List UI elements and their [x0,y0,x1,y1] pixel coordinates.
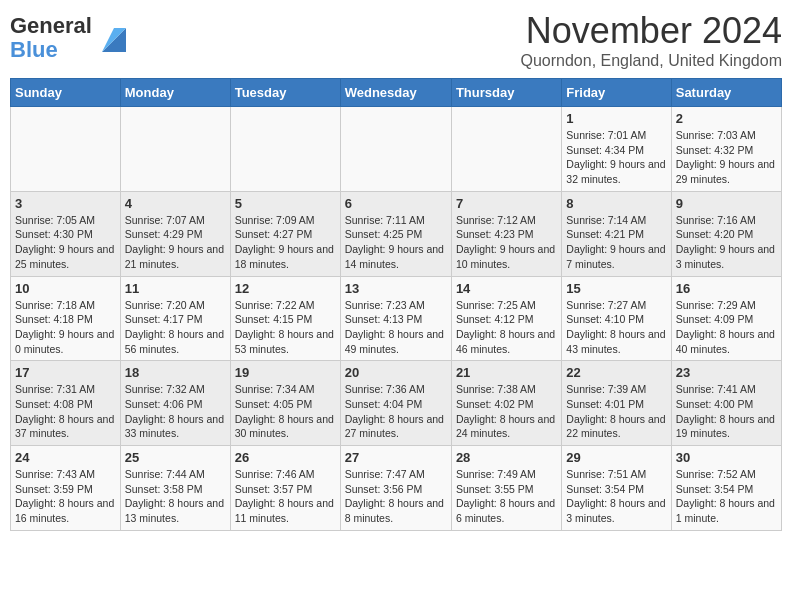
day-cell: 10Sunrise: 7:18 AM Sunset: 4:18 PM Dayli… [11,276,121,361]
day-number: 4 [125,196,226,211]
logo: GeneralBlue [10,14,126,62]
day-info: Sunrise: 7:49 AM Sunset: 3:55 PM Dayligh… [456,467,557,526]
day-info: Sunrise: 7:43 AM Sunset: 3:59 PM Dayligh… [15,467,116,526]
day-info: Sunrise: 7:09 AM Sunset: 4:27 PM Dayligh… [235,213,336,272]
day-cell: 18Sunrise: 7:32 AM Sunset: 4:06 PM Dayli… [120,361,230,446]
day-number: 11 [125,281,226,296]
week-row-5: 24Sunrise: 7:43 AM Sunset: 3:59 PM Dayli… [11,446,782,531]
day-cell: 24Sunrise: 7:43 AM Sunset: 3:59 PM Dayli… [11,446,121,531]
day-cell: 17Sunrise: 7:31 AM Sunset: 4:08 PM Dayli… [11,361,121,446]
day-cell [120,107,230,192]
header-wednesday: Wednesday [340,79,451,107]
day-info: Sunrise: 7:34 AM Sunset: 4:05 PM Dayligh… [235,382,336,441]
day-cell: 29Sunrise: 7:51 AM Sunset: 3:54 PM Dayli… [562,446,671,531]
day-info: Sunrise: 7:16 AM Sunset: 4:20 PM Dayligh… [676,213,777,272]
day-info: Sunrise: 7:32 AM Sunset: 4:06 PM Dayligh… [125,382,226,441]
day-info: Sunrise: 7:46 AM Sunset: 3:57 PM Dayligh… [235,467,336,526]
day-cell [340,107,451,192]
day-number: 18 [125,365,226,380]
day-info: Sunrise: 7:44 AM Sunset: 3:58 PM Dayligh… [125,467,226,526]
day-cell: 5Sunrise: 7:09 AM Sunset: 4:27 PM Daylig… [230,191,340,276]
day-cell: 4Sunrise: 7:07 AM Sunset: 4:29 PM Daylig… [120,191,230,276]
day-number: 8 [566,196,666,211]
header-thursday: Thursday [451,79,561,107]
day-number: 7 [456,196,557,211]
day-number: 17 [15,365,116,380]
day-info: Sunrise: 7:14 AM Sunset: 4:21 PM Dayligh… [566,213,666,272]
day-cell: 22Sunrise: 7:39 AM Sunset: 4:01 PM Dayli… [562,361,671,446]
day-info: Sunrise: 7:41 AM Sunset: 4:00 PM Dayligh… [676,382,777,441]
day-cell: 21Sunrise: 7:38 AM Sunset: 4:02 PM Dayli… [451,361,561,446]
day-cell: 12Sunrise: 7:22 AM Sunset: 4:15 PM Dayli… [230,276,340,361]
day-info: Sunrise: 7:38 AM Sunset: 4:02 PM Dayligh… [456,382,557,441]
day-number: 5 [235,196,336,211]
logo-icon [94,24,126,52]
day-cell: 13Sunrise: 7:23 AM Sunset: 4:13 PM Dayli… [340,276,451,361]
day-info: Sunrise: 7:03 AM Sunset: 4:32 PM Dayligh… [676,128,777,187]
day-cell: 19Sunrise: 7:34 AM Sunset: 4:05 PM Dayli… [230,361,340,446]
day-info: Sunrise: 7:20 AM Sunset: 4:17 PM Dayligh… [125,298,226,357]
day-number: 27 [345,450,447,465]
day-number: 15 [566,281,666,296]
header-friday: Friday [562,79,671,107]
week-row-3: 10Sunrise: 7:18 AM Sunset: 4:18 PM Dayli… [11,276,782,361]
day-number: 20 [345,365,447,380]
day-cell: 25Sunrise: 7:44 AM Sunset: 3:58 PM Dayli… [120,446,230,531]
day-cell [230,107,340,192]
day-number: 29 [566,450,666,465]
month-title: November 2024 [520,10,782,52]
day-number: 30 [676,450,777,465]
day-cell [11,107,121,192]
header-monday: Monday [120,79,230,107]
day-info: Sunrise: 7:29 AM Sunset: 4:09 PM Dayligh… [676,298,777,357]
day-cell: 14Sunrise: 7:25 AM Sunset: 4:12 PM Dayli… [451,276,561,361]
header: GeneralBlue November 2024 Quorndon, Engl… [10,10,782,70]
day-cell: 7Sunrise: 7:12 AM Sunset: 4:23 PM Daylig… [451,191,561,276]
day-cell: 11Sunrise: 7:20 AM Sunset: 4:17 PM Dayli… [120,276,230,361]
day-info: Sunrise: 7:22 AM Sunset: 4:15 PM Dayligh… [235,298,336,357]
day-number: 13 [345,281,447,296]
day-number: 12 [235,281,336,296]
day-number: 24 [15,450,116,465]
day-cell [451,107,561,192]
day-info: Sunrise: 7:18 AM Sunset: 4:18 PM Dayligh… [15,298,116,357]
day-cell: 8Sunrise: 7:14 AM Sunset: 4:21 PM Daylig… [562,191,671,276]
day-info: Sunrise: 7:36 AM Sunset: 4:04 PM Dayligh… [345,382,447,441]
day-info: Sunrise: 7:27 AM Sunset: 4:10 PM Dayligh… [566,298,666,357]
day-number: 6 [345,196,447,211]
day-cell: 27Sunrise: 7:47 AM Sunset: 3:56 PM Dayli… [340,446,451,531]
day-number: 26 [235,450,336,465]
header-saturday: Saturday [671,79,781,107]
day-info: Sunrise: 7:25 AM Sunset: 4:12 PM Dayligh… [456,298,557,357]
day-number: 14 [456,281,557,296]
day-info: Sunrise: 7:31 AM Sunset: 4:08 PM Dayligh… [15,382,116,441]
day-cell: 6Sunrise: 7:11 AM Sunset: 4:25 PM Daylig… [340,191,451,276]
day-info: Sunrise: 7:52 AM Sunset: 3:54 PM Dayligh… [676,467,777,526]
header-sunday: Sunday [11,79,121,107]
day-number: 25 [125,450,226,465]
logo-text: GeneralBlue [10,14,92,62]
header-tuesday: Tuesday [230,79,340,107]
day-cell: 3Sunrise: 7:05 AM Sunset: 4:30 PM Daylig… [11,191,121,276]
week-row-4: 17Sunrise: 7:31 AM Sunset: 4:08 PM Dayli… [11,361,782,446]
day-number: 2 [676,111,777,126]
day-info: Sunrise: 7:05 AM Sunset: 4:30 PM Dayligh… [15,213,116,272]
day-info: Sunrise: 7:11 AM Sunset: 4:25 PM Dayligh… [345,213,447,272]
title-area: November 2024 Quorndon, England, United … [520,10,782,70]
week-row-2: 3Sunrise: 7:05 AM Sunset: 4:30 PM Daylig… [11,191,782,276]
day-cell: 26Sunrise: 7:46 AM Sunset: 3:57 PM Dayli… [230,446,340,531]
day-number: 16 [676,281,777,296]
day-info: Sunrise: 7:01 AM Sunset: 4:34 PM Dayligh… [566,128,666,187]
day-number: 21 [456,365,557,380]
day-number: 9 [676,196,777,211]
day-cell: 15Sunrise: 7:27 AM Sunset: 4:10 PM Dayli… [562,276,671,361]
day-number: 22 [566,365,666,380]
day-info: Sunrise: 7:12 AM Sunset: 4:23 PM Dayligh… [456,213,557,272]
day-number: 19 [235,365,336,380]
location: Quorndon, England, United Kingdom [520,52,782,70]
day-cell: 1Sunrise: 7:01 AM Sunset: 4:34 PM Daylig… [562,107,671,192]
header-row: SundayMondayTuesdayWednesdayThursdayFrid… [11,79,782,107]
day-cell: 30Sunrise: 7:52 AM Sunset: 3:54 PM Dayli… [671,446,781,531]
day-cell: 16Sunrise: 7:29 AM Sunset: 4:09 PM Dayli… [671,276,781,361]
day-number: 23 [676,365,777,380]
